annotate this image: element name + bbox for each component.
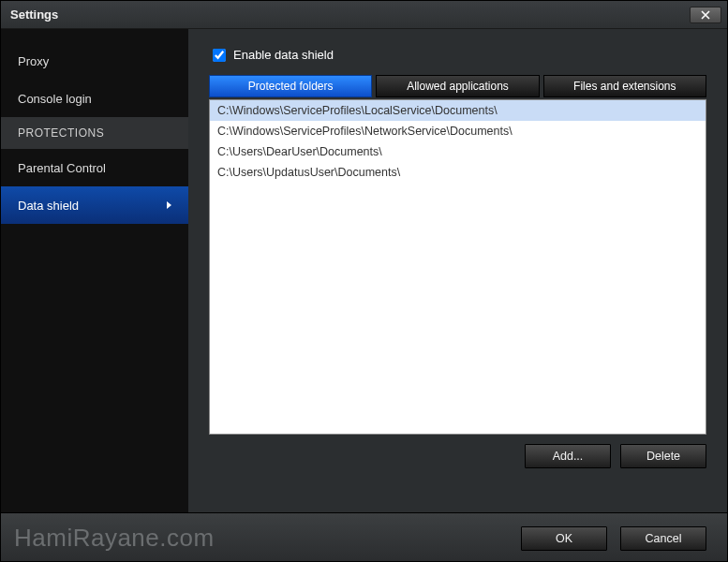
- add-button[interactable]: Add...: [525, 444, 611, 468]
- sidebar-item-proxy[interactable]: Proxy: [1, 42, 188, 80]
- footer-buttons: OK Cancel: [521, 526, 706, 551]
- list-item[interactable]: C:\Users\DearUser\Documents\: [210, 141, 706, 162]
- enable-data-shield-row[interactable]: Enable data shield: [213, 48, 706, 62]
- button-label: Delete: [646, 450, 680, 463]
- list-item[interactable]: C:\Windows\ServiceProfiles\NetworkServic…: [210, 121, 706, 141]
- list-item[interactable]: C:\Windows\ServiceProfiles\LocalService\…: [210, 100, 706, 121]
- watermark-text: HamiRayane.com: [14, 524, 215, 553]
- enable-data-shield-checkbox[interactable]: [213, 49, 226, 62]
- sidebar-item-data-shield[interactable]: Data shield: [1, 186, 188, 224]
- enable-data-shield-label: Enable data shield: [233, 48, 334, 62]
- cancel-button[interactable]: Cancel: [620, 526, 706, 551]
- sidebar-section-header: PROTECTIONS: [1, 117, 188, 149]
- sidebar-section-label: PROTECTIONS: [18, 126, 104, 140]
- sidebar-item-parental-control[interactable]: Parental Control: [1, 149, 188, 186]
- content-area: Proxy Console login PROTECTIONS Parental…: [1, 29, 727, 512]
- tab-protected-folders[interactable]: Protected folders: [209, 75, 372, 97]
- list-item[interactable]: C:\Users\UpdatusUser\Documents\: [210, 162, 706, 183]
- tab-label: Allowed applications: [407, 80, 509, 93]
- window-title: Settings: [10, 7, 58, 22]
- close-icon: [701, 10, 710, 20]
- sidebar-item-label: Parental Control: [18, 161, 106, 175]
- delete-button[interactable]: Delete: [620, 444, 706, 468]
- sidebar: Proxy Console login PROTECTIONS Parental…: [1, 29, 188, 512]
- tab-files-and-extensions[interactable]: Files and extensions: [543, 75, 706, 97]
- button-label: Cancel: [646, 532, 682, 545]
- chevron-right-icon: [167, 201, 171, 209]
- button-label: Add...: [553, 450, 584, 463]
- close-button[interactable]: [690, 7, 721, 23]
- tab-bar: Protected folders Allowed applications F…: [209, 75, 706, 97]
- protected-folders-list[interactable]: C:\Windows\ServiceProfiles\LocalService\…: [209, 99, 706, 435]
- main-pane: Enable data shield Protected folders All…: [188, 29, 727, 512]
- sidebar-item-label: Console login: [18, 92, 92, 106]
- tab-label: Protected folders: [248, 80, 334, 93]
- sidebar-item-label: Data shield: [18, 199, 79, 213]
- button-label: OK: [556, 532, 572, 545]
- ok-button[interactable]: OK: [521, 526, 607, 551]
- sidebar-item-label: Proxy: [18, 54, 49, 68]
- footer-bar: HamiRayane.com OK Cancel: [1, 512, 727, 562]
- sidebar-item-console-login[interactable]: Console login: [1, 80, 188, 117]
- title-bar: Settings: [1, 1, 727, 29]
- list-action-row: Add... Delete: [209, 444, 706, 468]
- tab-allowed-applications[interactable]: Allowed applications: [376, 75, 539, 97]
- tab-label: Files and extensions: [573, 80, 676, 93]
